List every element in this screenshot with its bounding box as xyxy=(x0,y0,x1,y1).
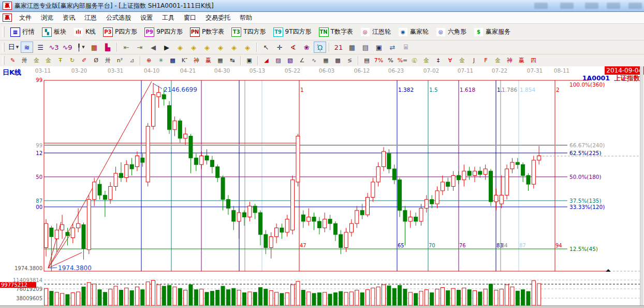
wave9-button[interactable]: ∿9 xyxy=(61,41,74,53)
scrollbar[interactable] xyxy=(640,66,643,305)
period-selector-dropdown-icon[interactable]: ▼ xyxy=(16,45,19,49)
first-bar-button[interactable]: ⇤ xyxy=(120,41,133,53)
info-doc-button[interactable]: ☰ xyxy=(34,41,47,53)
red-pattern-button[interactable]: ▦ xyxy=(88,41,100,53)
calculator-button[interactable]: ▦ xyxy=(346,41,358,53)
menu-item-交易委托[interactable]: 交易委托 xyxy=(201,12,235,23)
next-bar-button[interactable]: ▶ xyxy=(160,41,173,53)
diamond-full-button[interactable]: ◈ xyxy=(241,41,254,53)
flower-tool[interactable]: ❀ xyxy=(300,41,313,53)
grid123-tool[interactable]: ▦ xyxy=(215,55,226,65)
zigzag-tool[interactable]: ∿ xyxy=(309,55,319,65)
window-control-icon[interactable] xyxy=(560,3,574,9)
shen-tool[interactable]: 神 xyxy=(191,55,202,65)
ying-tool[interactable]: 赢 xyxy=(203,55,214,65)
gold-grid1-tool[interactable]: 金 xyxy=(31,55,42,65)
close-icon[interactable] xyxy=(628,3,642,9)
mesh2-tool[interactable]: ▩ xyxy=(332,55,343,65)
gold-grid2-tool[interactable]: 金 xyxy=(43,55,54,65)
sectors-button[interactable]: ▚板块 xyxy=(38,26,70,38)
menu-item-帮助[interactable]: 帮助 xyxy=(235,12,257,23)
maximize-icon[interactable] xyxy=(607,3,620,9)
angle-measure-tool[interactable]: ∢ xyxy=(287,41,299,53)
ruler-tool[interactable]: 卅 xyxy=(103,55,113,65)
notes-button[interactable]: ▤ xyxy=(359,41,372,53)
purple-box-tool[interactable]: ▨ xyxy=(273,55,284,65)
hspan-tool[interactable]: ↹ xyxy=(227,55,238,65)
menu-item-浏览[interactable]: 浏览 xyxy=(36,12,58,23)
fan-lines-tool[interactable]: ◢ xyxy=(261,55,272,65)
circle-cross-tool[interactable]: ⊕ xyxy=(143,55,154,65)
menu-item-设置[interactable]: 设置 xyxy=(136,12,157,23)
quotes-button[interactable]: ▦行情 xyxy=(7,26,38,38)
brain-tool[interactable]: ᾨ xyxy=(314,41,326,53)
candle-style-selector-dropdown-icon[interactable]: ▼ xyxy=(82,45,84,49)
histogram-button[interactable]: ▙ xyxy=(101,41,114,53)
gold-line-tool[interactable]: 金 xyxy=(421,55,432,65)
period-selector[interactable]: 日▼ xyxy=(7,41,20,53)
mesh1-tool[interactable]: ▦ xyxy=(320,55,331,65)
diamond-right-button[interactable]: ◈ xyxy=(187,41,200,53)
p-square-button[interactable]: P3P四方形 xyxy=(99,26,141,38)
prev-bar-button[interactable]: ◀ xyxy=(147,41,159,53)
f-angle-tool[interactable]: F xyxy=(480,55,491,65)
minimize-icon[interactable] xyxy=(585,3,598,9)
pattern-tool[interactable]: ≋ xyxy=(21,41,33,53)
pen2-tool[interactable]: ✐ xyxy=(79,55,90,65)
kline-chart-canvas[interactable]: 1.382651.5701.618761.831.786841.85487147… xyxy=(0,66,644,305)
shen-angle-tool[interactable]: 神 xyxy=(504,55,515,65)
n2-tool[interactable]: n² xyxy=(114,55,125,65)
crosshair-tool[interactable]: ✛ xyxy=(273,41,286,53)
si-angle-tool[interactable]: 四 xyxy=(528,55,539,65)
box-grid-tool[interactable]: ▣ xyxy=(244,55,255,65)
calendar-button[interactable]: 21 xyxy=(332,41,345,53)
diamond-expand-button[interactable]: ◈ xyxy=(228,41,240,53)
wave3-button[interactable]: ∿3 xyxy=(48,41,60,53)
window-control-icon[interactable] xyxy=(534,3,548,9)
menu-item-窗口[interactable]: 窗口 xyxy=(179,12,201,23)
menu-item-江恩[interactable]: 江恩 xyxy=(80,12,101,23)
diamond-hexpand-button[interactable]: ◈ xyxy=(201,41,213,53)
t-digit-table-button[interactable]: TNT数字表 xyxy=(315,26,357,38)
pct7-tool[interactable]: 7% xyxy=(373,55,384,65)
brush-tool[interactable]: ✎ xyxy=(7,55,18,65)
pct-tool[interactable]: % xyxy=(385,55,396,65)
9p-square-button[interactable]: P99P四方形 xyxy=(141,26,186,38)
gold-angle2-tool[interactable]: 金 xyxy=(492,55,503,65)
ying-angle-tool[interactable]: 赢 xyxy=(516,55,527,65)
hexagon-button[interactable]: ◎六角形 xyxy=(432,26,470,38)
hand-tool[interactable]: ↖ xyxy=(260,41,272,53)
winner-wheel-button[interactable]: ◉赢家轮 xyxy=(394,26,432,38)
save-button[interactable]: ▣ xyxy=(373,41,385,53)
spiral-tool[interactable]: ↻ xyxy=(67,55,78,65)
fib-grid-tool[interactable]: Ŧ xyxy=(55,55,66,65)
web2-tool[interactable]: ▩ xyxy=(167,55,178,65)
last-bar-button[interactable]: ⇥ xyxy=(134,41,146,53)
9t-square-button[interactable]: T99T四方形 xyxy=(270,26,315,38)
net-sync-button[interactable]: ⇄ xyxy=(386,41,399,53)
diamond-compress-button[interactable]: ◈ xyxy=(214,41,227,53)
parallel-tool[interactable]: ≶ xyxy=(344,55,355,65)
kline-mark-tool[interactable]: K″ xyxy=(179,55,190,65)
winner-service-button[interactable]: $赢家服务 xyxy=(470,26,514,38)
diamond-left-button[interactable]: ◈ xyxy=(174,41,186,53)
kline-button[interactable]: ılıK线 xyxy=(70,26,99,38)
band-tool[interactable]: ∀ xyxy=(445,55,456,65)
trend-angle-tool[interactable]: ∠ xyxy=(297,55,308,65)
compass-tool[interactable]: Ø xyxy=(91,55,101,65)
menu-item-公式选股[interactable]: 公式选股 xyxy=(101,12,136,23)
p-digit-table-button[interactable]: PNP数字表 xyxy=(186,26,228,38)
gold-angle-tool[interactable]: 金 xyxy=(457,55,467,65)
j-angle-tool[interactable]: J xyxy=(469,55,479,65)
sequence-tool[interactable]: ▤ xyxy=(361,55,372,65)
angle-line-tool[interactable]: ⊿ xyxy=(126,55,137,65)
menu-item-资讯[interactable]: 资讯 xyxy=(58,12,80,23)
t-square-button[interactable]: T3T四方形 xyxy=(228,26,269,38)
remote-pc-button[interactable]: ⌸ xyxy=(400,41,412,53)
candle-style-selector[interactable]: ╿▼ xyxy=(75,41,87,53)
gann-wheel-button[interactable]: ◎江恩轮 xyxy=(357,26,394,38)
pct-line-tool[interactable]: %= xyxy=(397,55,408,65)
grid-tool[interactable]: 卅 xyxy=(19,55,30,65)
blue-box-tool[interactable]: ▧ xyxy=(285,55,296,65)
web1-tool[interactable]: ✳ xyxy=(155,55,166,65)
